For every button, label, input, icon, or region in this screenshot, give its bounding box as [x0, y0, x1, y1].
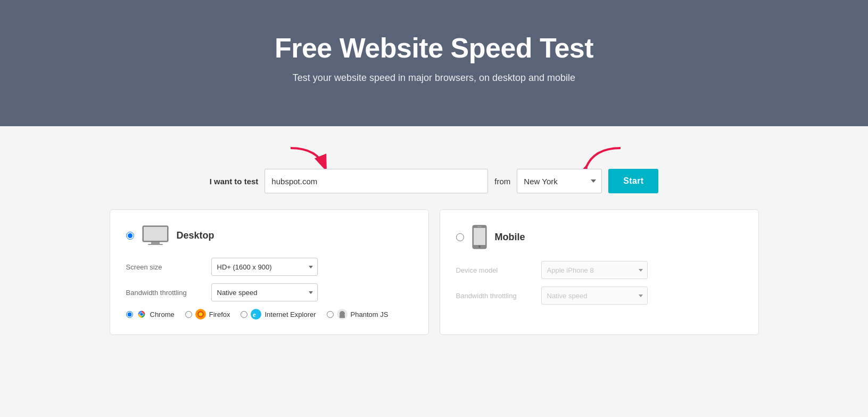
ie-label: Internet Explorer [264, 310, 316, 318]
bandwidth-row-desktop: Bandwidth throttling Native speed Cable … [126, 283, 412, 301]
svg-point-9 [199, 313, 202, 316]
url-row: I want to test from New York Los Angeles… [32, 169, 836, 193]
screen-size-select[interactable]: HD+ (1600 x 900) Full HD (1920 x 1080) 1… [211, 258, 318, 276]
phantom-option[interactable]: Phantom JS [327, 309, 388, 320]
mobile-card: Mobile Device model Apple iPhone 8 Apple… [440, 209, 759, 335]
bandwidth-select-mobile: Native speed 3G 4G [541, 287, 648, 305]
svg-rect-2 [151, 242, 160, 244]
firefox-option[interactable]: Firefox [185, 309, 230, 320]
url-label: I want to test [210, 177, 259, 186]
cards-row: Desktop Screen size HD+ (1600 x 900) Ful… [32, 209, 836, 335]
svg-point-6 [140, 313, 143, 316]
mobile-card-title: Mobile [495, 232, 525, 243]
firefox-radio[interactable] [185, 311, 192, 318]
desktop-card-header: Desktop [126, 225, 412, 246]
svg-rect-18 [477, 226, 482, 227]
svg-rect-16 [474, 228, 485, 245]
ie-radio[interactable] [241, 311, 247, 318]
screen-size-label: Screen size [126, 263, 211, 271]
ie-option[interactable]: e Internet Explorer [241, 309, 316, 320]
hero-title: Free Website Speed Test [11, 32, 857, 64]
svg-rect-3 [148, 244, 163, 245]
chrome-option[interactable]: Chrome [126, 309, 175, 320]
hero-section: Free Website Speed Test Test your websit… [0, 0, 868, 126]
svg-text:e: e [253, 310, 256, 318]
desktop-icon [142, 225, 169, 246]
desktop-card-title: Desktop [177, 230, 214, 241]
mobile-icon [472, 225, 487, 249]
from-label: from [494, 177, 510, 186]
firefox-icon [195, 309, 206, 320]
device-model-label: Device model [456, 266, 541, 274]
device-model-select: Apple iPhone 8 Apple iPhone X Samsung Ga… [541, 261, 648, 279]
ie-icon: e [251, 309, 261, 320]
main-content: I want to test from New York Los Angeles… [0, 126, 868, 367]
screen-size-row: Screen size HD+ (1600 x 900) Full HD (19… [126, 258, 412, 276]
bandwidth-label-desktop: Bandwidth throttling [126, 289, 211, 297]
phantom-label: Phantom JS [351, 310, 388, 318]
svg-rect-1 [144, 227, 167, 241]
location-select[interactable]: New York Los Angeles London Tokyo Sydney [517, 169, 602, 193]
chrome-label: Chrome [150, 310, 175, 318]
phantom-icon [337, 309, 348, 320]
start-button[interactable]: Start [608, 169, 658, 193]
bandwidth-row-mobile: Bandwidth throttling Native speed 3G 4G [456, 287, 742, 305]
bandwidth-label-mobile: Bandwidth throttling [456, 292, 541, 300]
hero-subtitle: Test your website speed in major browser… [11, 72, 857, 84]
browser-row: Chrome Firefox [126, 309, 412, 320]
bandwidth-select-desktop[interactable]: Native speed Cable DSL 3G [211, 283, 318, 301]
desktop-radio[interactable] [126, 232, 134, 240]
firefox-label: Firefox [209, 310, 230, 318]
phantom-radio[interactable] [327, 311, 334, 318]
chrome-radio[interactable] [126, 311, 133, 318]
device-model-row: Device model Apple iPhone 8 Apple iPhone… [456, 261, 742, 279]
svg-point-17 [478, 246, 481, 248]
mobile-card-header: Mobile [456, 225, 742, 249]
desktop-card: Desktop Screen size HD+ (1600 x 900) Ful… [110, 209, 429, 335]
url-input[interactable] [264, 169, 488, 193]
svg-point-10 [251, 309, 261, 320]
mobile-radio[interactable] [456, 233, 464, 241]
chrome-icon [136, 309, 147, 320]
